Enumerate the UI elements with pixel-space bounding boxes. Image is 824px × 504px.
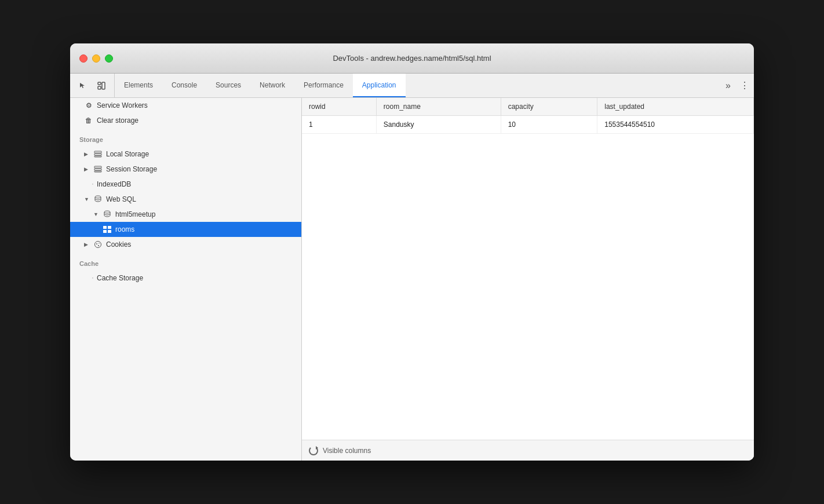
session-storage-icon [93,165,103,174]
svg-point-18 [98,245,99,246]
svg-point-17 [96,243,97,244]
web-sql-arrow: ▼ [84,196,90,202]
tab-application[interactable]: Application [353,74,406,97]
cookies-arrow: ▶ [84,242,90,247]
cell-rowid: 1 [302,116,376,134]
col-last-updated: last_updated [597,98,754,116]
svg-rect-1 [98,86,101,89]
local-storage-arrow: ▶ [84,151,90,157]
indexeddb-icon [84,180,93,189]
traffic-lights [79,54,113,63]
svg-rect-6 [94,166,101,168]
cache-section-header: Cache [70,257,301,271]
cell-last_updated: 1553544554510 [597,116,754,134]
svg-point-11 [104,211,110,213]
svg-rect-13 [108,226,111,229]
tab-console[interactable]: Console [162,74,206,97]
maximize-button[interactable] [105,54,113,63]
tabs: Elements Console Sources Network Perform… [115,74,721,97]
sidebar-item-cache-storage[interactable]: Cache Storage [70,271,301,286]
tab-elements[interactable]: Elements [115,74,162,97]
cell-room_name: Sandusky [376,116,501,134]
refresh-icon[interactable] [309,446,318,455]
clear-storage-icon: 🗑 [84,116,93,125]
sidebar-item-session-storage[interactable]: ▶ Session Storage [70,162,301,177]
window-title: DevTools - andrew.hedges.name/html5/sql.… [333,54,491,63]
svg-rect-2 [102,82,105,89]
web-sql-icon [93,195,103,204]
svg-rect-15 [108,230,111,233]
svg-rect-8 [94,171,101,172]
svg-rect-5 [94,156,101,157]
html5meetup-icon [103,210,112,219]
sidebar-item-web-sql[interactable]: ▼ Web SQL [70,192,301,207]
tab-sources[interactable]: Sources [206,74,250,97]
rooms-table: rowid room_name capacity last_updated 1S… [302,98,754,134]
main-content: ⚙ Service Workers 🗑 Clear storage Storag… [70,98,754,461]
sidebar-item-local-storage[interactable]: ▶ Local Storage [70,147,301,162]
tab-bar: Elements Console Sources Network Perform… [70,74,754,98]
svg-rect-12 [103,226,107,229]
sidebar-item-clear-storage[interactable]: 🗑 Clear storage [70,113,301,128]
table-row: 1Sandusky101553544554510 [302,116,754,134]
tab-overflow-button[interactable]: » [721,74,735,97]
tab-performance[interactable]: Performance [294,74,353,97]
service-workers-icon: ⚙ [84,101,93,110]
sidebar-item-service-workers[interactable]: ⚙ Service Workers [70,98,301,113]
sidebar-item-indexeddb[interactable]: IndexedDB [70,177,301,192]
svg-rect-4 [94,154,101,155]
tab-more-button[interactable]: ⋮ [735,74,754,97]
svg-rect-3 [94,151,101,153]
minimize-button[interactable] [92,54,100,63]
col-capacity: capacity [501,98,597,116]
session-storage-arrow: ▶ [84,166,90,172]
status-bar: Visible columns [302,440,754,461]
svg-point-16 [95,242,101,248]
visible-columns-label[interactable]: Visible columns [323,447,371,455]
storage-section-header: Storage [70,133,301,147]
main-panel: rowid room_name capacity last_updated 1S… [302,98,754,461]
cell-capacity: 10 [501,116,597,134]
inspect-icon-button[interactable] [93,78,110,94]
data-table[interactable]: rowid room_name capacity last_updated 1S… [302,98,754,440]
svg-rect-14 [103,230,107,233]
cache-storage-icon [84,273,93,283]
sidebar-item-cookies[interactable]: ▶ Cookies [70,237,301,252]
svg-rect-0 [98,82,101,85]
devtools-window: DevTools - andrew.hedges.name/html5/sql.… [70,43,754,461]
svg-point-10 [95,196,101,198]
svg-point-20 [92,277,93,278]
rooms-icon [103,225,112,234]
svg-point-19 [99,243,99,243]
svg-rect-7 [94,169,101,170]
col-room-name: room_name [376,98,501,116]
cursor-icon-button[interactable] [75,78,91,94]
close-button[interactable] [79,54,87,63]
sidebar-item-html5meetup[interactable]: ▼ html5meetup [70,207,301,222]
svg-point-9 [92,184,93,184]
title-bar: DevTools - andrew.hedges.name/html5/sql.… [70,43,754,74]
local-storage-icon [93,149,103,159]
tab-network[interactable]: Network [250,74,294,97]
sidebar-item-rooms[interactable]: rooms [70,222,301,237]
tab-icons [70,74,115,97]
html5meetup-arrow: ▼ [93,211,99,217]
col-rowid: rowid [302,98,376,116]
cookies-icon [93,240,103,249]
sidebar: ⚙ Service Workers 🗑 Clear storage Storag… [70,98,302,461]
